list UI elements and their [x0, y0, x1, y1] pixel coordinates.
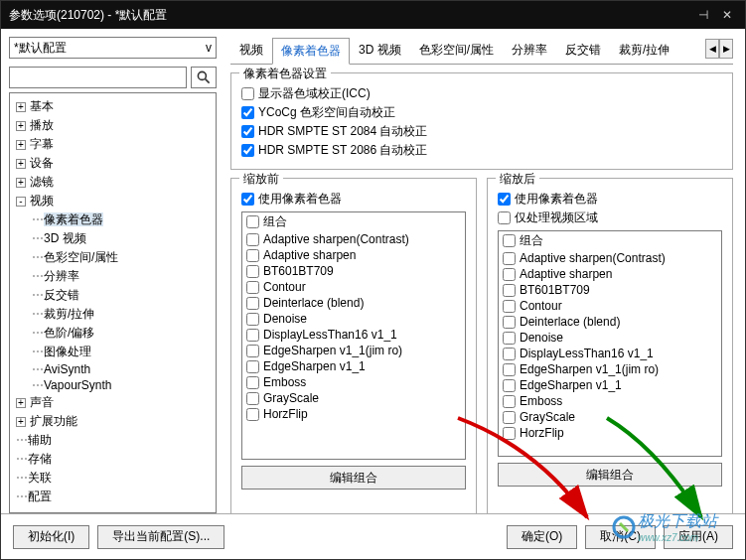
list-item-label: Deinterlace (blend) — [263, 296, 364, 310]
tree-item[interactable]: ⋯VapourSynth — [30, 377, 214, 393]
tree-item[interactable]: -视频 — [12, 192, 214, 210]
list-item[interactable]: Contour — [499, 298, 721, 314]
list-item[interactable]: Contour — [242, 279, 465, 295]
expand-icon[interactable]: + — [16, 159, 26, 169]
tree-item[interactable]: ⋯分辨率 — [30, 267, 214, 286]
tree-item[interactable]: +播放 — [12, 116, 214, 135]
tree-item[interactable]: ⋯色彩空间/属性 — [30, 248, 214, 267]
list-item[interactable]: GrayScale — [242, 390, 465, 406]
settings-option-label: YCoCg 色彩空间自动校正 — [258, 104, 395, 121]
tab[interactable]: 分辨率 — [503, 37, 556, 64]
search-input[interactable] — [9, 67, 187, 88]
nav-tree[interactable]: +基本+播放+字幕+设备+滤镜-视频⋯像素着色器⋯3D 视频⋯色彩空间/属性⋯分… — [12, 97, 214, 506]
list-item[interactable]: Adaptive sharpen — [242, 247, 465, 263]
list-item[interactable]: Deinterlace (blend) — [499, 314, 721, 330]
tree-item[interactable]: +声音 — [12, 393, 214, 412]
settings-option[interactable]: YCoCg 色彩空间自动校正 — [241, 104, 722, 121]
ok-button[interactable]: 确定(O) — [507, 525, 577, 549]
list-item[interactable]: DisplayLessThan16 v1_1 — [242, 327, 465, 343]
apply-button[interactable]: 应用(A) — [664, 525, 733, 549]
search-button[interactable] — [191, 67, 217, 88]
tree-item[interactable]: ⋯图像处理 — [30, 343, 214, 361]
tab-nav-right-icon[interactable]: ▶ — [719, 39, 733, 59]
settings-option[interactable]: HDR SMPTE ST 2084 自动校正 — [241, 123, 722, 140]
list-item[interactable]: EdgeSharpen v1_1(jim ro) — [242, 343, 465, 358]
tree-item-label: 反交错 — [44, 288, 79, 302]
after-edit-button[interactable]: 编辑组合 — [498, 463, 722, 487]
tree-item[interactable]: ⋯色阶/偏移 — [30, 324, 214, 343]
tab[interactable]: 像素着色器 — [272, 38, 350, 65]
tree-item[interactable]: ⋯配置 — [12, 488, 214, 506]
list-item[interactable]: DisplayLessThan16 v1_1 — [499, 346, 721, 361]
list-item[interactable]: GrayScale — [499, 409, 721, 425]
list-item[interactable]: Denoise — [499, 330, 721, 346]
profile-combo[interactable]: *默认配置 v — [9, 37, 217, 59]
cancel-button[interactable]: 取消(C) — [585, 525, 656, 549]
list-item[interactable]: BT601BT709 — [499, 282, 721, 298]
after-use-checkbox[interactable]: 使用像素着色器 — [498, 191, 722, 208]
tree-item[interactable]: ⋯AviSynth — [30, 361, 214, 377]
list-item[interactable]: HorzFlip — [499, 425, 721, 441]
group-settings-title: 像素着色器设置 — [239, 66, 331, 82]
expand-icon[interactable]: + — [16, 178, 26, 188]
list-item[interactable]: Denoise — [242, 311, 465, 327]
window-title: 参数选项(210702) - *默认配置 — [9, 7, 689, 24]
list-item[interactable]: 组合 — [242, 212, 465, 231]
settings-option[interactable]: 显示器色域校正(ICC) — [241, 85, 722, 102]
list-item[interactable]: EdgeSharpen v1_1(jim ro) — [499, 361, 721, 377]
list-item[interactable]: Deinterlace (blend) — [242, 295, 465, 311]
before-edit-button[interactable]: 编辑组合 — [241, 466, 466, 490]
init-button[interactable]: 初始化(I) — [13, 525, 89, 549]
list-item-label: Denoise — [263, 312, 307, 326]
list-item[interactable]: Adaptive sharpen(Contrast) — [242, 231, 465, 247]
tree-item[interactable]: +设备 — [12, 154, 214, 173]
list-item[interactable]: EdgeSharpen v1_1 — [499, 377, 721, 393]
tree-item[interactable]: +基本 — [12, 97, 214, 116]
pin-icon[interactable]: ⊣ — [693, 5, 713, 25]
list-item-label: Denoise — [520, 331, 563, 345]
svg-point-0 — [198, 71, 206, 79]
expand-icon[interactable]: + — [16, 121, 26, 131]
after-list[interactable]: 组合Adaptive sharpen(Contrast)Adaptive sha… — [498, 230, 722, 457]
export-button[interactable]: 导出当前配置(S)... — [97, 525, 224, 549]
list-item[interactable]: 组合 — [499, 231, 721, 250]
list-item[interactable]: Emboss — [242, 374, 465, 390]
list-item[interactable]: Adaptive sharpen(Contrast) — [499, 250, 721, 266]
collapse-icon[interactable]: - — [16, 197, 26, 207]
list-item[interactable]: HorzFlip — [242, 406, 465, 422]
list-item-label: BT601BT709 — [263, 264, 334, 278]
tab[interactable]: 3D 视频 — [350, 37, 410, 64]
list-item[interactable]: Emboss — [499, 393, 721, 409]
tree-item[interactable]: ⋯辅助 — [12, 431, 214, 450]
expand-icon[interactable]: + — [16, 417, 26, 427]
expand-icon[interactable]: + — [16, 140, 26, 150]
before-list[interactable]: 组合Adaptive sharpen(Contrast)Adaptive sha… — [241, 211, 466, 460]
tree-item[interactable]: ⋯裁剪/拉伸 — [30, 305, 214, 324]
tree-item[interactable]: ⋯反交错 — [30, 286, 214, 305]
tab[interactable]: 色彩空间/属性 — [410, 37, 503, 64]
tree-item[interactable]: ⋯关联 — [12, 469, 214, 488]
expand-icon[interactable]: + — [16, 102, 26, 112]
tree-item[interactable]: ⋯像素着色器 — [30, 210, 214, 229]
tab-nav-left-icon[interactable]: ◀ — [705, 39, 719, 59]
list-item[interactable]: EdgeSharpen v1_1 — [242, 358, 465, 374]
tree-item[interactable]: +滤镜 — [12, 173, 214, 192]
list-item[interactable]: Adaptive sharpen — [499, 266, 721, 282]
tab[interactable]: 视频 — [230, 37, 272, 64]
settings-option[interactable]: HDR SMPTE ST 2086 自动校正 — [241, 142, 722, 159]
tree-item-label: 裁剪/拉伸 — [44, 307, 94, 321]
after-onlyvideo-checkbox[interactable]: 仅处理视频区域 — [498, 210, 722, 226]
tree-item[interactable]: +字幕 — [12, 135, 214, 154]
tab[interactable]: 裁剪/拉伸 — [610, 37, 678, 64]
list-item-label: Adaptive sharpen(Contrast) — [263, 232, 409, 246]
expand-icon[interactable]: + — [16, 398, 26, 408]
before-use-checkbox[interactable]: 使用像素着色器 — [241, 191, 466, 208]
tree-item[interactable]: ⋯3D 视频 — [30, 229, 214, 248]
tree-item[interactable]: +扩展功能 — [12, 412, 214, 431]
list-item-label: EdgeSharpen v1_1(jim ro) — [263, 344, 402, 357]
tab[interactable]: 反交错 — [556, 37, 610, 64]
close-icon[interactable]: ✕ — [717, 5, 737, 25]
list-item[interactable]: BT601BT709 — [242, 263, 465, 279]
tree-item[interactable]: ⋯存储 — [12, 450, 214, 469]
settings-option-label: HDR SMPTE ST 2086 自动校正 — [258, 142, 427, 159]
